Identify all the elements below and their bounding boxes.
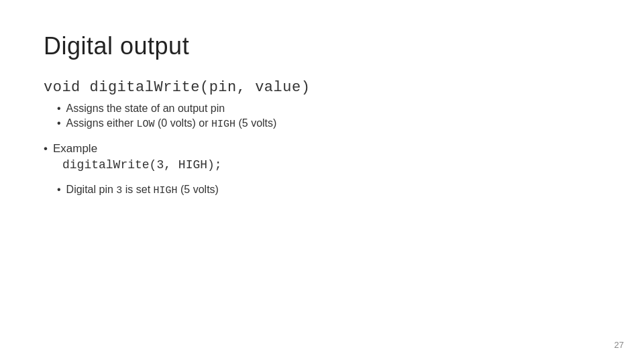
slide: Digital output void digitalWrite(pin, va… <box>0 0 644 362</box>
bullet-assigns-state: Assigns the state of an output pin <box>57 103 600 115</box>
page-number: 27 <box>614 340 624 350</box>
example-label-text: Example <box>53 142 97 156</box>
slide-title: Digital output <box>44 32 600 60</box>
code-HIGH-1: HIGH <box>211 119 235 130</box>
code-HIGH-2: HIGH <box>154 185 178 196</box>
sub-bullet-digital-pin: Digital pin 3 is set HIGH (5 volts) <box>57 184 600 196</box>
sub-bullets: Digital pin 3 is set HIGH (5 volts) <box>57 184 600 196</box>
sub-bullet-text: Digital pin 3 is set HIGH (5 volts) <box>66 184 219 196</box>
example-section: Example digitalWrite(3, HIGH); Digital p… <box>44 142 600 196</box>
bullet-assigns-state-text: Assigns the state of an output pin <box>66 103 225 115</box>
example-code: digitalWrite(3, HIGH); <box>62 158 600 172</box>
bullet-assigns-value: Assigns either LOW (0 volts) or HIGH (5 … <box>57 117 600 130</box>
bullet-assigns-value-text: Assigns either LOW (0 volts) or HIGH (5 … <box>66 117 277 130</box>
function-bullets: Assigns the state of an output pin Assig… <box>57 103 600 130</box>
code-pin-3: 3 <box>116 185 122 196</box>
example-label: Example <box>44 142 600 156</box>
code-LOW: LOW <box>137 119 155 130</box>
function-signature: void digitalWrite(pin, value) <box>44 79 600 96</box>
